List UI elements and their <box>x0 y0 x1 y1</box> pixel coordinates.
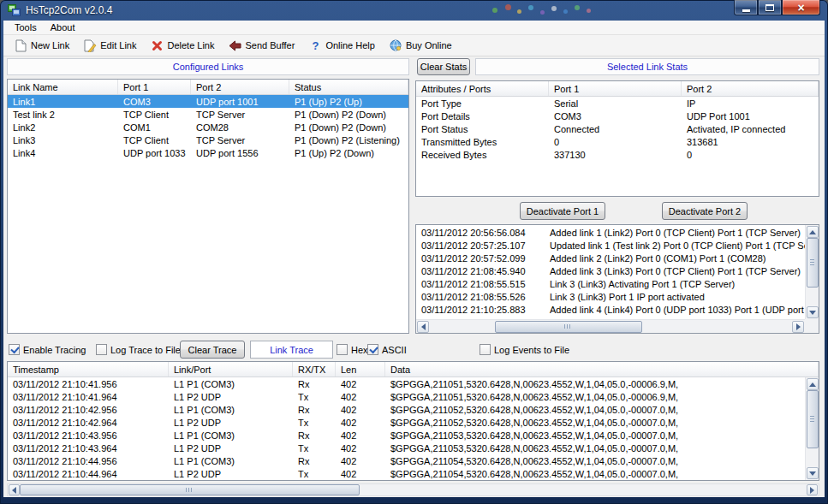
col-stats-port2[interactable]: Port 2 <box>682 81 819 96</box>
event-log-hscrollbar[interactable] <box>416 319 805 333</box>
scroll-up-arrow[interactable] <box>807 378 819 390</box>
link-port2: TCP Server <box>191 110 289 120</box>
minimize-button[interactable] <box>734 0 758 15</box>
edit-link-icon <box>83 39 97 52</box>
scroll-up-arrow[interactable] <box>807 226 819 238</box>
trace-data: $GPGGA,211054,5320.6428,N,00623.4552,W,1… <box>385 456 805 466</box>
vscroll-thumb[interactable] <box>807 390 819 448</box>
deactivate-port1-button[interactable]: Deactivate Port 1 <box>520 202 605 220</box>
col-rxtx[interactable]: RX/TX <box>293 362 336 377</box>
edit-link-button[interactable]: Edit Link <box>78 36 143 55</box>
trace-vscrollbar[interactable] <box>805 377 819 480</box>
delete-link-button[interactable]: Delete Link <box>145 36 221 55</box>
send-buffer-button[interactable]: Send Buffer <box>223 36 302 55</box>
scroll-left-arrow[interactable] <box>9 484 20 495</box>
trace-link-port: L1 P1 (COM3) <box>169 379 293 389</box>
trace-data: $GPGGA,211051,5320.6428,N,00623.4552,W,1… <box>385 379 805 389</box>
col-link-port[interactable]: Link/Port <box>169 362 293 377</box>
link-port1: TCP Client <box>118 135 191 145</box>
event-entry: 03/11/2012 20:57:52.099 Added link 2 (Li… <box>416 252 805 264</box>
trace-timestamp: 03/11/2012 21:10:42.964 <box>8 418 169 428</box>
stats-row-port-status: Port Status Connected Activated, IP conn… <box>416 122 819 135</box>
event-message: Updated link 1 (Test link 2) Port 0 (TCP… <box>545 240 805 251</box>
trace-row: 03/11/2012 21:10:41.964 L1 P2 UDP Tx 402… <box>8 390 805 403</box>
stats-row-received: Received Bytes 337130 0 <box>416 148 819 161</box>
event-message: Added link 4 (Link4) Port 0 (UDP port 10… <box>545 305 805 315</box>
trace-row: 03/11/2012 21:10:43.964 L1 P2 UDP Tx 402… <box>8 442 805 454</box>
close-button[interactable]: × <box>782 0 820 15</box>
col-attributes[interactable]: Attributes / Ports <box>416 81 549 96</box>
event-entry: 03/11/2012 21:08:45.940 Added link 3 (Li… <box>416 264 805 277</box>
online-help-button[interactable]: ? Online Help <box>303 36 381 55</box>
scroll-left-arrow[interactable] <box>417 321 429 333</box>
trace-len: 402 <box>336 430 385 441</box>
edit-link-label: Edit Link <box>100 40 136 50</box>
col-port2[interactable]: Port 2 <box>191 80 289 94</box>
col-port1[interactable]: Port 1 <box>118 80 191 94</box>
hex-checkbox[interactable]: Hex <box>337 343 368 356</box>
checkbox-label: Log Trace to File <box>110 345 181 355</box>
scroll-right-arrow[interactable] <box>807 484 818 495</box>
event-entry: 03/11/2012 21:08:55.515 Link 3 (Link3) A… <box>416 277 805 290</box>
col-timestamp[interactable]: Timestamp <box>8 362 169 377</box>
event-timestamp: 03/11/2012 21:08:45.940 <box>416 266 545 276</box>
stats-row-port-type: Port Type Serial IP <box>416 97 819 110</box>
deactivate-port2-button[interactable]: Deactivate Port 2 <box>662 202 748 220</box>
menu-tools[interactable]: Tools <box>8 21 44 33</box>
enable-tracing-checkbox[interactable]: Enable Tracing <box>9 343 86 356</box>
buy-online-icon <box>389 39 402 52</box>
hscroll-thumb[interactable] <box>20 484 360 495</box>
trace-len: 402 <box>336 392 385 402</box>
checkbox-label: Hex <box>351 345 368 355</box>
clear-stats-button[interactable]: Clear Stats <box>417 58 470 75</box>
trace-name-field[interactable]: Link Trace <box>250 341 333 359</box>
buy-online-label: Buy Online <box>406 40 452 50</box>
hscroll-thumb[interactable] <box>495 321 642 333</box>
link-row-link1[interactable]: Link1 COM3 UDP port 1001 P1 (Up) P2 (Up) <box>8 95 408 108</box>
trace-table: Timestamp Link/Port RX/TX Len Data 03/11… <box>7 361 819 481</box>
trace-data: $GPGGA,211053,5320.6428,N,00623.4552,W,1… <box>385 430 805 441</box>
link-name: Link2 <box>8 122 118 133</box>
col-stats-port1[interactable]: Port 1 <box>549 81 682 96</box>
new-link-button[interactable]: New Link <box>9 36 76 55</box>
checkbox-box <box>367 344 378 355</box>
maximize-button[interactable] <box>758 0 782 15</box>
link-stats-header: Attributes / Ports Port 1 Port 2 <box>416 81 819 97</box>
col-link-name[interactable]: Link Name <box>8 80 118 94</box>
event-log-entries: 03/11/2012 20:56:56.084 Added link 1 (Li… <box>416 226 805 319</box>
checkbox-label: Enable Tracing <box>23 345 86 355</box>
event-log-vscrollbar[interactable] <box>805 225 819 319</box>
col-len[interactable]: Len <box>336 362 385 377</box>
log-trace-to-file-checkbox[interactable]: Log Trace to File <box>96 343 181 356</box>
trace-len: 402 <box>336 418 385 428</box>
selected-link-stats-title: Selected Link Stats <box>475 58 819 75</box>
link-port2: UDP port 1001 <box>191 97 289 107</box>
clear-trace-button[interactable]: Clear Trace <box>180 341 245 359</box>
log-events-to-file-checkbox[interactable]: Log Events to File <box>480 343 569 356</box>
event-timestamp: 03/11/2012 21:08:55.526 <box>416 292 545 302</box>
vscroll-thumb[interactable] <box>807 238 819 288</box>
event-message: Added link 3 (Link3) Port 0 (TCP Client)… <box>545 266 805 276</box>
app-icon[interactable] <box>7 3 21 17</box>
link-status: P1 (Up) P2 (Up) <box>289 97 408 107</box>
trace-rxtx: Tx <box>293 469 336 479</box>
titlebar[interactable]: HsTcp2Com v2.0.4 × <box>0 0 828 21</box>
stat-port1: Connected <box>549 124 682 134</box>
link-row-testlink2[interactable]: Test link 2 TCP Client TCP Server P1 (Do… <box>8 108 408 121</box>
link-row-link2[interactable]: Link2 COM1 COM28 P1 (Down) P2 (Down) <box>8 121 408 133</box>
scroll-down-arrow[interactable] <box>807 306 819 318</box>
delete-link-label: Delete Link <box>167 40 214 50</box>
trace-len: 402 <box>336 469 385 479</box>
event-message: Added link 2 (Link2) Port 0 (COM1) Port … <box>545 253 805 264</box>
col-status[interactable]: Status <box>289 80 408 94</box>
menu-about[interactable]: About <box>44 21 82 33</box>
ascii-checkbox[interactable]: ASCII <box>367 343 407 356</box>
link-row-link3[interactable]: Link3 TCP Client TCP Server P1 (Down) P2… <box>8 133 408 146</box>
link-row-link4[interactable]: Link4 UDP port 1033 UDP port 1556 P1 (Up… <box>8 146 408 159</box>
scroll-right-arrow[interactable] <box>792 321 804 333</box>
scroll-down-arrow[interactable] <box>807 467 819 479</box>
col-data[interactable]: Data <box>385 362 819 377</box>
buy-online-button[interactable]: Buy Online <box>384 36 459 55</box>
trace-hscrollbar[interactable] <box>7 483 819 496</box>
event-timestamp: 03/11/2012 20:57:52.099 <box>416 253 545 264</box>
